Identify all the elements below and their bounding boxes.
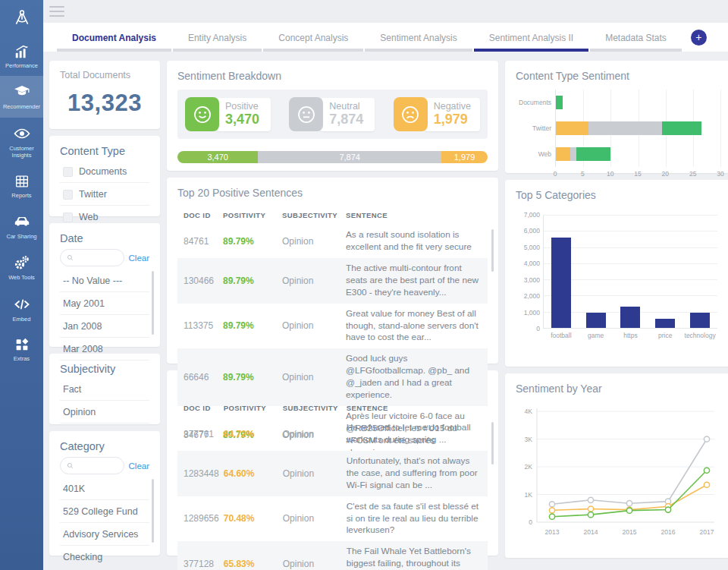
sentiment-chip-box: Neutral7,874 <box>320 98 375 131</box>
date-option[interactable]: -- No Value --- <box>60 269 149 292</box>
vbar-slot: technology <box>682 215 717 328</box>
subjectivity-title: Subjectivity <box>60 363 149 375</box>
total-documents-title: Total Documents <box>60 70 149 80</box>
table-row[interactable]: 6664689.79%OpinionGood luck guys @LFGfoo… <box>177 348 488 406</box>
content-type-option-twitter[interactable]: Twitter <box>60 183 149 206</box>
sidebar-item-recommender[interactable]: Recommender <box>0 76 43 117</box>
table-row[interactable]: 128965670.48%OpinionC'est de sa faute s'… <box>177 496 488 542</box>
sidebar-item-customer-insights[interactable]: Customer Insights <box>0 118 43 166</box>
sidebar-item-extras[interactable]: Extras <box>0 329 43 369</box>
sidebar-item-label: Car Sharing <box>6 233 36 240</box>
sentence-cell: As a result sound isolation is excellent… <box>346 225 488 258</box>
checkbox[interactable] <box>63 167 73 177</box>
subjectivity-option[interactable]: Fact <box>60 378 149 401</box>
category-option[interactable]: Advisory Services <box>60 523 149 546</box>
table-row[interactable]: 37712865.83%OpinionThe Fail Whale Yet Ba… <box>177 541 488 570</box>
sentence-cell: He refused to let me do football workout… <box>347 417 488 451</box>
eye-icon <box>13 124 31 143</box>
sidebar-item-performance[interactable]: Performance <box>0 36 43 76</box>
positivity-cell: 89.79% <box>223 304 282 349</box>
add-tab-button[interactable]: + <box>691 30 707 46</box>
sentiment-by-year-chart: 01K2K3K4K20132014201520162017 <box>516 402 720 545</box>
checkbox[interactable] <box>63 190 73 200</box>
hbar-segment-neutral <box>570 147 576 161</box>
tab-document-analysis[interactable]: Document Analysis <box>57 25 171 52</box>
table-row[interactable]: 128344864.60%OpinionUnfortunately, that'… <box>177 451 488 496</box>
x-tick-label: https <box>623 332 637 339</box>
data-point-negative <box>704 482 709 487</box>
top-categories-title: Top 5 Categories <box>516 189 720 201</box>
positive-sentences-title: Top 20 Positive Sentences <box>177 187 488 199</box>
tab-concept-analysis[interactable]: Concept Analysis <box>263 25 363 52</box>
category-option[interactable]: 529 College Fund <box>60 500 149 523</box>
positivity-cell: 89.79% <box>223 258 282 304</box>
x-tick-label: technology <box>685 332 716 339</box>
grid-shapes-icon <box>14 336 30 353</box>
subjectivity-option[interactable]: Opinion <box>60 401 149 424</box>
sidebar-item-label: Reports <box>11 192 31 199</box>
positivity-cell: 64.60% <box>224 451 283 496</box>
doc-id-cell: 66646 <box>177 348 223 406</box>
sidebar-item-web-tools[interactable]: Web Tools <box>0 247 43 288</box>
y-tick-label: 1,000 <box>517 309 540 316</box>
positive-table-scrollbar[interactable] <box>491 229 494 272</box>
category-option[interactable]: Checking <box>60 546 149 568</box>
doc-id-cell: 1283448 <box>177 451 224 496</box>
doc-id-cell: 130466 <box>177 258 223 304</box>
hbar-segment-positive <box>662 121 701 135</box>
positivity-cell: 64.72% <box>224 417 283 451</box>
y-tick-label: 0 <box>517 325 540 332</box>
date-title: Date <box>60 232 149 244</box>
table-row[interactable]: 37776164.72%OpinionHe refused to let me … <box>177 417 488 451</box>
sidebar-nav: PerformanceRecommenderCustomer InsightsR… <box>0 36 43 369</box>
category-search-input[interactable] <box>60 457 124 474</box>
tab-entity-analysis[interactable]: Entity Analysis <box>173 25 262 52</box>
content-type-option-documents[interactable]: Documents <box>60 160 149 183</box>
tab-sentiment-analysis-ii[interactable]: Sentiment Analysis II <box>474 25 588 52</box>
subjectivity-cell: Opinion <box>282 304 346 349</box>
sentiment-by-year-card: Sentiment by Year 01K2K3K4K2013201420152… <box>505 373 728 558</box>
date-option[interactable]: Jan 2008 <box>60 315 149 338</box>
bar-technology <box>690 313 710 328</box>
column-header: POSITIVITY <box>223 206 282 225</box>
x-tick-label: 5 <box>581 170 585 178</box>
category-option[interactable]: 401K <box>60 477 149 500</box>
tab-sentiment-analysis[interactable]: Sentiment Analysis <box>365 25 472 52</box>
category-clear-link[interactable]: Clear <box>129 461 149 471</box>
stacked-bar-segment: 1,979 <box>441 151 488 163</box>
x-tick-label: 30 <box>717 170 723 178</box>
negative-table: DOC IDPOSITIVITYSUBJECTIVITYSENTENCE3777… <box>177 399 488 570</box>
date-option[interactable]: Mar 2008 <box>60 338 149 361</box>
hbar <box>556 121 720 135</box>
negative-table-scrollbar[interactable] <box>491 422 494 465</box>
data-point-positive <box>704 468 709 473</box>
sidebar-item-reports[interactable]: Reports <box>0 166 43 206</box>
sidebar-item-embed[interactable]: Embed <box>0 288 43 329</box>
svg-text:4K: 4K <box>525 408 533 415</box>
tab-metadata-stats[interactable]: Metadata Stats <box>590 25 682 52</box>
table-row[interactable]: 13046689.79%OpinionThe active multi-cont… <box>177 258 488 304</box>
sidebar-item-car-sharing[interactable]: Car Sharing <box>0 206 43 247</box>
checkbox[interactable] <box>63 213 73 222</box>
date-option[interactable]: May 2001 <box>60 292 149 315</box>
category-options: 401K529 College FundAdvisory ServicesChe… <box>60 477 149 568</box>
sextant-logo[interactable] <box>0 0 43 36</box>
total-documents-value: 13,323 <box>60 90 149 117</box>
hbar <box>556 147 720 161</box>
sidebar-item-label: Extras <box>14 355 30 362</box>
date-search-input[interactable] <box>60 249 124 266</box>
x-tick-label: 20 <box>662 170 669 178</box>
subjectivity-cell: Opinion <box>282 258 346 304</box>
tabs-bar: Document AnalysisEntity AnalysisConcept … <box>43 23 728 52</box>
date-scrollbar[interactable] <box>152 271 154 335</box>
sidebar-item-label: Customer Insights <box>2 145 42 159</box>
table-row[interactable]: 8476189.79%OpinionAs a result sound isol… <box>177 225 488 258</box>
positivity-cell: 89.79% <box>223 225 282 258</box>
table-row[interactable]: 11337589.79%OpinionGreat value for money… <box>177 304 488 349</box>
category-scrollbar[interactable] <box>152 479 154 543</box>
date-clear-link[interactable]: Clear <box>129 254 149 263</box>
tabs: Document AnalysisEntity AnalysisConcept … <box>57 25 683 52</box>
hamburger-menu-icon[interactable] <box>49 6 64 17</box>
data-point-negative <box>588 506 593 512</box>
sentence-cell: C'est de sa faute s'il est blessé et si … <box>347 496 488 542</box>
